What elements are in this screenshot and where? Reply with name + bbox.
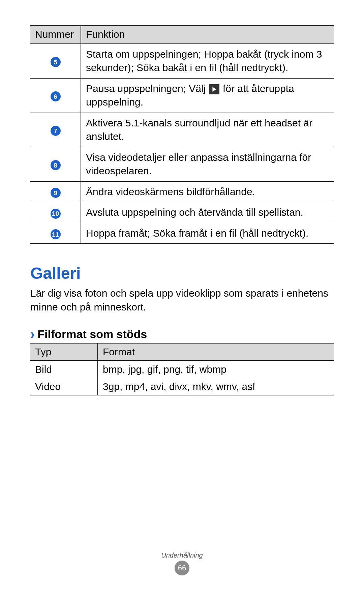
table-row: Video 3gp, mp4, avi, divx, mkv, wmv, asf bbox=[30, 378, 334, 395]
section-intro: Lär dig visa foton och spela upp videokl… bbox=[30, 287, 334, 314]
page-content: Nummer Funktion 5 Starta om uppspelninge… bbox=[0, 0, 364, 395]
th-number: Nummer bbox=[30, 25, 81, 44]
function-text: Ändra videoskärmens bildförhållande. bbox=[81, 181, 334, 202]
format-cell: 3gp, mp4, avi, divx, mkv, wmv, asf bbox=[98, 378, 334, 395]
number-bullet-icon: 7 bbox=[51, 126, 61, 136]
type-cell: Bild bbox=[30, 361, 98, 378]
footer-category: Underhållning bbox=[0, 551, 364, 559]
number-bullet-icon: 8 bbox=[51, 160, 61, 170]
format-table: Typ Format Bild bmp, jpg, gif, png, tif,… bbox=[30, 343, 334, 395]
function-text: Pausa uppspelningen; Välj för att återup… bbox=[81, 78, 334, 113]
function-text: Aktivera 5.1-kanals surroundljud när ett… bbox=[81, 113, 334, 147]
section-title: Galleri bbox=[30, 264, 334, 282]
play-icon bbox=[209, 84, 219, 94]
function-text: Hoppa framåt; Söka framåt i en fil (håll… bbox=[81, 223, 334, 244]
number-bullet-icon: 11 bbox=[51, 229, 61, 239]
table-row: 5 Starta om uppspelningen; Hoppa bakåt (… bbox=[30, 44, 334, 79]
svg-marker-0 bbox=[212, 87, 216, 92]
number-bullet-icon: 10 bbox=[51, 209, 61, 219]
table-row: 7 Aktivera 5.1-kanals surroundljud när e… bbox=[30, 113, 334, 147]
chevron-right-icon: › bbox=[30, 327, 35, 341]
table-row: 6 Pausa uppspelningen; Välj för att åter… bbox=[30, 78, 334, 113]
th-function: Funktion bbox=[81, 25, 334, 44]
table-row: 11 Hoppa framåt; Söka framåt i en fil (h… bbox=[30, 223, 334, 244]
table-row: Bild bmp, jpg, gif, png, tif, wbmp bbox=[30, 361, 334, 378]
function-text: Avsluta uppspelning och återvända till s… bbox=[81, 202, 334, 223]
number-bullet-icon: 5 bbox=[51, 57, 61, 67]
table-row: 10 Avsluta uppspelning och återvända til… bbox=[30, 202, 334, 223]
page-number-badge: 66 bbox=[175, 561, 189, 575]
format-cell: bmp, jpg, gif, png, tif, wbmp bbox=[98, 361, 334, 378]
subsection-heading: › Filformat som stöds bbox=[30, 327, 334, 341]
table-row: 9 Ändra videoskärmens bildförhållande. bbox=[30, 181, 334, 202]
th-type: Typ bbox=[30, 343, 98, 361]
function-table: Nummer Funktion 5 Starta om uppspelninge… bbox=[30, 25, 334, 244]
th-format: Format bbox=[98, 343, 334, 361]
type-cell: Video bbox=[30, 378, 98, 395]
function-text: Visa videodetaljer eller anpassa inställ… bbox=[81, 147, 334, 181]
page-footer: Underhållning 66 bbox=[0, 551, 364, 575]
number-bullet-icon: 9 bbox=[51, 188, 61, 198]
function-text: Starta om uppspelningen; Hoppa bakåt (tr… bbox=[81, 44, 334, 79]
table-row: 8 Visa videodetaljer eller anpassa instä… bbox=[30, 147, 334, 181]
subsection-title: Filformat som stöds bbox=[37, 328, 147, 341]
number-bullet-icon: 6 bbox=[51, 91, 61, 101]
